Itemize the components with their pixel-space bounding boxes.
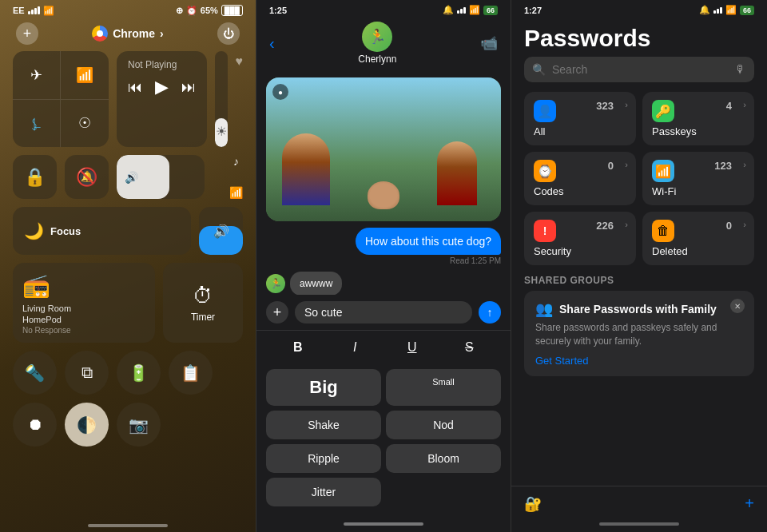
airdrop-toggle[interactable]: ☉ bbox=[61, 100, 109, 148]
category-security-tile[interactable]: ! 226 › Security bbox=[524, 212, 636, 265]
outgoing-message: How about this cute dog? Read 1:25 PM bbox=[356, 228, 501, 265]
carrier-badge-3: 66 bbox=[740, 6, 754, 15]
attach-button[interactable]: + bbox=[266, 301, 288, 324]
alarm-icon: ⏰ bbox=[186, 6, 197, 16]
media-player-tile[interactable]: Not Playing ⏮ ▶ ⏭ bbox=[117, 51, 207, 147]
dog-figure bbox=[368, 181, 399, 209]
silent-mode-toggle[interactable]: 🔕 bbox=[65, 155, 109, 199]
now-playing-label: Not Playing bbox=[128, 59, 196, 70]
microphone-icon[interactable]: 🎙 bbox=[735, 63, 746, 76]
home-bar-2 bbox=[344, 522, 423, 526]
control-center-panel: EE 📶 ⊕ ⏰ 65% ███ + Chrome › ⏻ bbox=[0, 0, 256, 532]
status-bar-1: EE 📶 ⊕ ⏰ 65% ███ bbox=[0, 0, 256, 19]
record-button[interactable]: ⏺ bbox=[13, 403, 57, 447]
signal-icon-2 bbox=[457, 7, 466, 14]
codes-label: Codes bbox=[534, 185, 626, 197]
share-passwords-card: 👥 Share Passwords with Family ✕ Share pa… bbox=[524, 291, 754, 376]
typing-text-bubble: awwww bbox=[290, 272, 342, 295]
bell-icon-3: 🔔 bbox=[699, 5, 710, 15]
messages-nav-bar: ‹ 🏃 Cherlynn 📹 bbox=[256, 18, 511, 71]
bluetooth-toggle[interactable]: ⍼ bbox=[13, 100, 61, 148]
contact-header[interactable]: 🏃 Cherlynn bbox=[358, 22, 396, 65]
category-deleted-tile[interactable]: 🗑 0 › Deleted bbox=[642, 212, 754, 265]
category-passkeys-tile[interactable]: 🔑 4 › Passkeys bbox=[642, 92, 754, 145]
category-all-tile[interactable]: 👤 323 › All bbox=[524, 92, 636, 145]
airplane-mode-toggle[interactable]: ✈ bbox=[13, 51, 61, 100]
typing-text: awwww bbox=[300, 278, 332, 289]
share-card-close-button[interactable]: ✕ bbox=[730, 299, 745, 313]
category-wifi-tile[interactable]: 📶 123 › Wi-Fi bbox=[642, 152, 754, 205]
effect-shake-button[interactable]: Shake bbox=[266, 411, 381, 439]
home-indicator-3 bbox=[511, 516, 767, 532]
send-button[interactable]: ↑ bbox=[479, 301, 501, 324]
status-bar-left: EE 📶 bbox=[13, 6, 54, 16]
photo-scene bbox=[266, 77, 501, 221]
messages-panel: 1:25 🔔 📶 66 ‹ 🏃 Cherlynn 📹 bbox=[256, 0, 511, 532]
passkeys-label: Passkeys bbox=[652, 125, 745, 137]
screen-mirror-button[interactable]: ⧉ bbox=[65, 351, 109, 395]
power-button[interactable]: ⏻ bbox=[217, 22, 240, 45]
timer-tile[interactable]: ⏱ Timer bbox=[163, 263, 243, 343]
battery-status-button[interactable]: 🔋 bbox=[117, 351, 161, 395]
fast-forward-button[interactable]: ⏭ bbox=[181, 79, 196, 96]
bold-format-button[interactable]: B bbox=[282, 335, 314, 359]
text-format-bar: B I U S bbox=[256, 330, 511, 364]
deleted-label: Deleted bbox=[652, 245, 745, 257]
passwords-bottom-bar: 🔐 + bbox=[511, 486, 767, 516]
row-connectivity: ✈ 📶 ⍼ ☉ Not Playing ⏮ ▶ ⏭ bbox=[13, 51, 243, 147]
notes-button[interactable]: 📋 bbox=[169, 351, 213, 395]
rewind-button[interactable]: ⏮ bbox=[128, 79, 142, 96]
homepod-device-label: HomePod bbox=[22, 315, 62, 324]
effect-big-button[interactable]: Big bbox=[266, 369, 381, 406]
status-bar-2: 1:25 🔔 📶 66 bbox=[256, 0, 511, 18]
camera-button[interactable]: 📷 bbox=[117, 403, 161, 447]
volume-slider-tall[interactable]: 🔊 bbox=[117, 155, 205, 199]
volume-control-tile[interactable]: 🔊 bbox=[199, 207, 243, 255]
search-input[interactable] bbox=[552, 63, 729, 76]
flashlight-button[interactable]: 🔦 bbox=[13, 351, 57, 395]
control-center-grid: ✈ 📶 ⍼ ☉ Not Playing ⏮ ▶ ⏭ bbox=[0, 51, 256, 447]
effect-ripple-button[interactable]: Ripple bbox=[266, 444, 381, 473]
video-call-button[interactable]: 📹 bbox=[480, 34, 498, 52]
focus-mode-tile[interactable]: 🌙 Focus bbox=[13, 207, 191, 255]
signal-icon-3 bbox=[713, 7, 722, 14]
get-started-button[interactable]: Get Started bbox=[535, 355, 743, 367]
moon-icon: 🌙 bbox=[24, 221, 44, 240]
side-icons: ♪ 📶 bbox=[229, 155, 243, 199]
deleted-count: 0 bbox=[726, 220, 732, 232]
wifi-icon-3: 📶 bbox=[725, 5, 737, 15]
carrier-label: EE bbox=[13, 6, 25, 15]
typing-indicator: 🏃 awwww bbox=[266, 272, 342, 295]
italic-format-button[interactable]: I bbox=[339, 335, 371, 359]
status-bar-3: 1:27 🔔 📶 66 bbox=[511, 0, 767, 18]
back-button[interactable]: ‹ bbox=[269, 34, 275, 53]
signal-bars-icon: 📶 bbox=[229, 186, 243, 199]
category-codes-tile[interactable]: ⌚ 0 › Codes bbox=[524, 152, 636, 205]
play-button[interactable]: ▶ bbox=[155, 77, 169, 97]
wifi-passwords-icon: 📶 bbox=[652, 160, 674, 182]
active-app-label[interactable]: Chrome › bbox=[92, 26, 164, 42]
rotation-lock-toggle[interactable]: 🔒 bbox=[13, 155, 57, 199]
search-icon: 🔍 bbox=[532, 63, 546, 76]
message-text: How about this cute dog? bbox=[365, 235, 491, 248]
homepod-tile[interactable]: 📻 Living Room HomePod No Response bbox=[13, 263, 155, 343]
effect-jitter-button[interactable]: Jitter bbox=[266, 478, 381, 506]
wifi-icon: 📶 bbox=[76, 66, 93, 84]
all-label: All bbox=[534, 125, 626, 137]
strikethrough-format-button[interactable]: S bbox=[453, 335, 485, 359]
wifi-toggle[interactable]: 📶 bbox=[61, 51, 109, 100]
passwords-panel: 1:27 🔔 📶 66 Passwords 🔍 🎙 👤 323 › All 🔑 bbox=[511, 0, 767, 532]
passwords-title-bar: Passwords bbox=[511, 18, 767, 57]
dark-mode-button[interactable]: 🌓 bbox=[65, 403, 109, 447]
add-widget-button[interactable]: + bbox=[16, 22, 38, 45]
effect-bloom-button[interactable]: Bloom bbox=[386, 444, 501, 473]
read-receipt: Read 1:25 PM bbox=[356, 256, 501, 265]
effect-small-button[interactable]: Small bbox=[386, 369, 501, 406]
brightness-slider[interactable]: ☀ bbox=[215, 51, 228, 147]
search-bar[interactable]: 🔍 🎙 bbox=[524, 57, 754, 82]
message-input-box[interactable]: So cute bbox=[295, 301, 472, 324]
passwords-nav-icon[interactable]: 🔐 bbox=[524, 495, 542, 513]
add-password-button[interactable]: + bbox=[745, 494, 754, 513]
underline-format-button[interactable]: U bbox=[396, 335, 428, 359]
effect-nod-button[interactable]: Nod bbox=[386, 411, 501, 439]
